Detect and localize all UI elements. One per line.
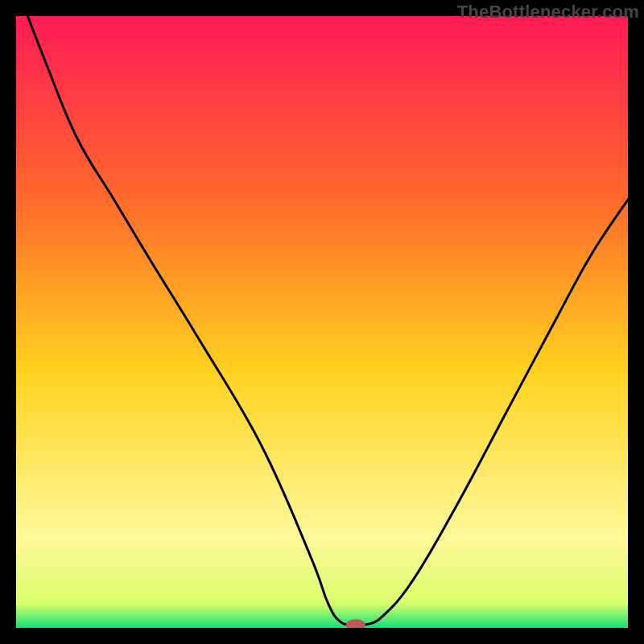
chart-svg: [16, 16, 628, 628]
watermark-text: TheBottlenecker.com: [457, 2, 639, 23]
plot-area: [16, 16, 628, 628]
gradient-background: [16, 16, 628, 628]
chart-frame: TheBottlenecker.com: [0, 0, 644, 644]
